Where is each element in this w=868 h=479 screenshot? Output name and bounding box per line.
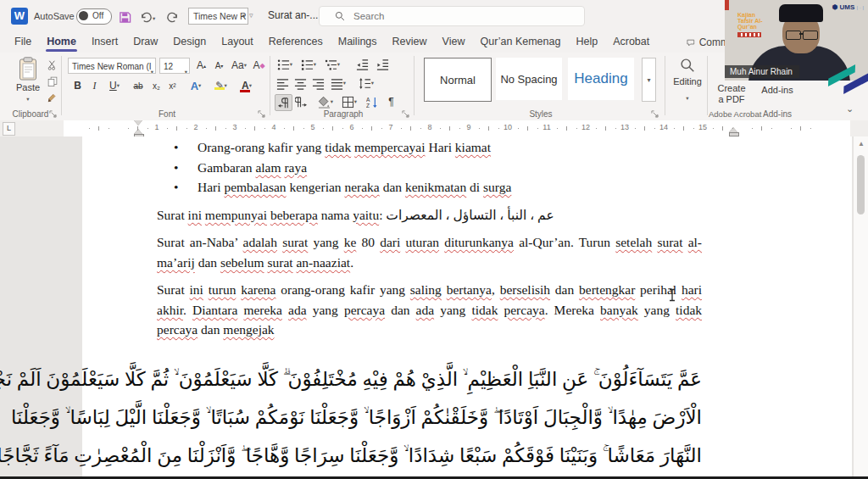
sort-button[interactable]	[364, 94, 381, 109]
participant-name-tag: Muh Ainur Rhain	[725, 65, 799, 78]
strikethrough-button[interactable]: ab	[129, 78, 147, 93]
collapse-ribbon-chevron-icon[interactable]: ⌄	[846, 103, 854, 114]
subscript-button[interactable]: x₂	[148, 78, 164, 93]
align-center-button[interactable]	[292, 75, 309, 91]
tab-file[interactable]: File	[7, 32, 39, 53]
document-page[interactable]: •Orang-orang kafir yang tidak mempercaya…	[82, 136, 852, 479]
superscript-button[interactable]: x²	[164, 78, 181, 93]
undo-button[interactable]: ▾	[140, 8, 155, 24]
format-painter-button[interactable]	[44, 90, 60, 105]
text-effects-button[interactable]: A▾	[185, 78, 207, 93]
autosave-toggle[interactable]: Off	[76, 8, 112, 25]
copy-button[interactable]	[44, 74, 60, 89]
line-spacing-button[interactable]: ▾	[356, 75, 376, 91]
misspelled-word: saling	[410, 282, 442, 297]
misspelled-word: mengejak	[223, 322, 274, 337]
scrollbar-thumb[interactable]	[857, 155, 865, 214]
decrease-indent-button[interactable]	[354, 57, 370, 72]
font-dialog-launcher[interactable]	[258, 110, 265, 118]
highlight-color-button[interactable]: ✎▾	[210, 78, 232, 93]
rtl-direction-button[interactable]	[293, 94, 309, 109]
underline-button[interactable]: U▾	[103, 78, 125, 93]
font-size-combo[interactable]: 12▾	[159, 58, 190, 74]
misspelled-word: raya	[284, 160, 307, 175]
misspelled-word: percaya	[504, 303, 544, 317]
ruler[interactable]: L 123456789101112131415	[0, 120, 868, 136]
font-name-combo[interactable]: Times New Roman (I▾	[68, 58, 156, 74]
multilevel-list-button[interactable]: ▾	[322, 57, 342, 72]
save-button[interactable]	[119, 8, 131, 24]
styles-gallery-more-button[interactable]: ▾	[642, 58, 656, 102]
ruler-number: 8	[427, 123, 431, 131]
comments-button[interactable]: Comm	[687, 34, 729, 51]
tab-acrobat[interactable]: Acrobat	[605, 32, 657, 53]
ruler-tick	[362, 128, 363, 129]
tab-insert[interactable]: Insert	[84, 32, 125, 53]
document-title[interactable]: Surat an-... ⌄	[268, 9, 326, 21]
tab-design[interactable]: Design	[165, 32, 214, 53]
ruler-tick	[440, 128, 441, 129]
quick-access-more-icon[interactable]: ▿	[249, 11, 253, 19]
ruler-tick	[401, 128, 402, 129]
change-case-button[interactable]: Aa▾	[229, 58, 249, 73]
tab-home[interactable]: Home	[39, 32, 84, 53]
search-box[interactable]	[319, 6, 585, 26]
font-color-button[interactable]: A▾	[236, 78, 258, 93]
show-hide-marks-button[interactable]: ¶	[383, 94, 399, 109]
paste-button[interactable]: Paste▾	[10, 57, 46, 109]
increase-indent-button[interactable]	[375, 57, 391, 72]
justify-button[interactable]: ▾	[328, 75, 348, 91]
editing-search-icon	[680, 58, 695, 73]
ruler-number: 7	[388, 123, 392, 131]
misspelled-word: surat	[267, 255, 292, 270]
vertical-scrollbar[interactable]: ▲	[853, 136, 868, 479]
style-no-spacing[interactable]: No Spacing	[496, 58, 562, 100]
ruler-tick	[791, 128, 792, 129]
scroll-up-arrow-icon[interactable]: ▲	[854, 140, 868, 148]
tab-help[interactable]: Help	[568, 32, 605, 53]
ruler-tick	[752, 128, 753, 129]
style-heading[interactable]: Heading	[568, 58, 634, 100]
word-app-icon[interactable]: W	[11, 8, 28, 25]
grow-font-button[interactable]: A▴	[193, 58, 209, 73]
first-line-indent-marker[interactable]	[134, 120, 142, 125]
paragraph-dialog-launcher[interactable]	[402, 110, 409, 118]
ruler-number: 4	[271, 123, 275, 131]
misspelled-word: setelah	[615, 235, 652, 249]
tab-layout[interactable]: Layout	[214, 32, 261, 53]
italic-button[interactable]: I	[86, 78, 103, 93]
quick-font-box[interactable]: Times New R▾	[188, 8, 248, 25]
tab-references[interactable]: References	[261, 32, 331, 53]
numbering-button[interactable]: ▾	[298, 57, 319, 72]
align-right-button[interactable]	[310, 75, 326, 91]
clipboard-dialog-launcher[interactable]	[49, 110, 57, 118]
search-input[interactable]	[352, 10, 542, 22]
shading-button[interactable]: ▾	[315, 94, 336, 109]
bold-button[interactable]: B	[70, 78, 86, 93]
borders-button[interactable]: ▾	[339, 94, 359, 109]
tab-mailings[interactable]: Mailings	[331, 32, 385, 53]
tab-draw[interactable]: Draw	[125, 32, 165, 53]
shrink-font-button[interactable]: A▾	[211, 58, 227, 73]
tab-selector[interactable]: L	[3, 122, 15, 136]
tab-view[interactable]: View	[435, 32, 473, 53]
styles-dialog-launcher[interactable]	[651, 110, 659, 118]
ruler-track[interactable]: 123456789101112131415	[64, 120, 850, 136]
glasses-icon	[803, 31, 818, 40]
tab-qur-an-kemenag[interactable]: Qur’an Kemenag	[472, 32, 568, 53]
clear-formatting-button[interactable]: A◆	[251, 58, 267, 73]
document-area: •Orang-orang kafir yang tidak mempercaya…	[0, 136, 868, 479]
style-normal[interactable]: Normal	[424, 58, 492, 102]
bullets-button[interactable]: ▾	[275, 57, 295, 72]
tab-review[interactable]: Review	[385, 32, 435, 53]
ruler-tick	[128, 128, 129, 129]
ltr-direction-button[interactable]	[275, 94, 292, 111]
cut-button[interactable]	[44, 58, 60, 73]
video-corner-flag	[725, 0, 729, 10]
editing-button[interactable]: Editing▾	[668, 53, 707, 103]
align-left-button[interactable]	[275, 75, 291, 91]
ruler-tick	[254, 126, 255, 131]
misspelled-word: yaitu	[353, 208, 379, 222]
redo-button[interactable]	[166, 8, 179, 24]
bullet-item: •Hari pembalasan kengerian neraka dan ke…	[157, 177, 702, 198]
